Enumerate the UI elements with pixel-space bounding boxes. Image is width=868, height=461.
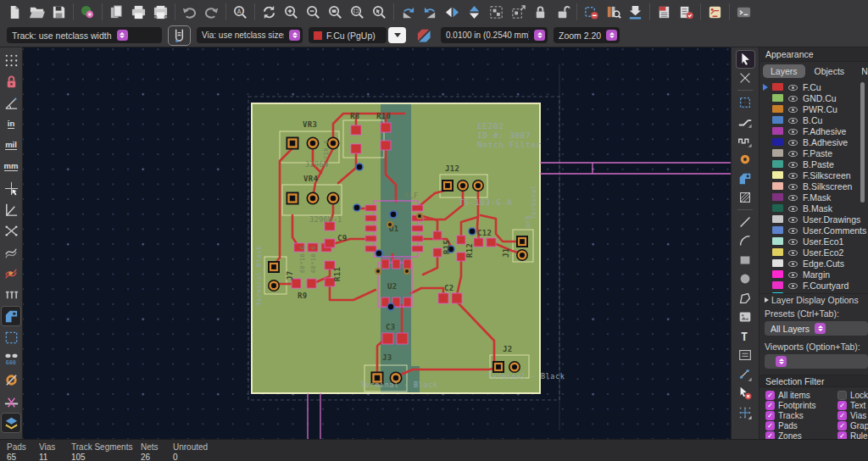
layer-row[interactable]: F.Paste	[760, 147, 868, 158]
visibility-eye-icon[interactable]	[787, 247, 798, 258]
visibility-eye-icon[interactable]	[787, 126, 798, 136]
plot-button[interactable]	[150, 2, 171, 22]
layer-row[interactable]: B.Paste	[760, 158, 868, 169]
crosshair-cursor-button[interactable]	[1, 178, 21, 198]
drawing-axes-button[interactable]	[1, 199, 21, 219]
footprint-editor-button[interactable]	[581, 2, 602, 22]
visibility-eye-icon[interactable]	[787, 280, 798, 291]
select-tool-button[interactable]	[736, 50, 755, 69]
lock-button[interactable]	[530, 2, 551, 22]
layer-color-swatch[interactable]	[772, 204, 783, 212]
layer-color-swatch[interactable]	[772, 149, 783, 157]
layer-row[interactable]: GND.Cu	[760, 92, 868, 103]
scripting-console-button[interactable]	[733, 2, 754, 22]
layer-color-swatch[interactable]	[772, 127, 783, 135]
open-file-button[interactable]	[26, 2, 47, 22]
pcb-board[interactable]: U1 U2	[252, 103, 565, 393]
visibility-eye-icon[interactable]	[787, 214, 798, 225]
local-ratsnest-button[interactable]	[1, 264, 21, 284]
layer-row[interactable]: User.Eco2	[760, 247, 868, 258]
layer-color-swatch[interactable]	[772, 94, 783, 102]
layer-row[interactable]: User.Drawings	[760, 214, 868, 225]
layer-row[interactable]: F.Adhesive	[760, 125, 868, 136]
tab-layers[interactable]: Layers	[763, 64, 805, 78]
units-mils-button[interactable]: mil	[1, 136, 21, 156]
pad-display-mode-button[interactable]	[1, 349, 21, 369]
layer-color-swatch[interactable]	[772, 259, 783, 267]
visibility-eye-icon[interactable]	[787, 292, 798, 294]
page-settings-button[interactable]	[106, 2, 127, 22]
zoom-to-objects-button[interactable]	[369, 2, 390, 22]
zoom-auto-button[interactable]	[230, 2, 251, 22]
visibility-eye-icon[interactable]	[787, 93, 798, 103]
presets-select[interactable]: All Layers	[765, 321, 868, 336]
layer-color-swatch[interactable]	[772, 182, 783, 190]
curved-ratsnest-button[interactable]	[1, 242, 21, 263]
board-statistics-button[interactable]	[704, 2, 726, 22]
add-rule-area-button[interactable]	[736, 189, 755, 208]
layer-row[interactable]: B.Cu	[760, 114, 868, 125]
layer-row[interactable]: F.Cu	[760, 81, 868, 92]
print-button[interactable]	[128, 2, 149, 22]
sketch-lock-button[interactable]	[1, 71, 21, 92]
layer-row[interactable]: B.Silkscreen	[760, 181, 868, 192]
appearance-panel-toggle-button[interactable]	[1, 413, 21, 433]
draw-rectangle-button[interactable]	[736, 251, 755, 269]
visibility-eye-icon[interactable]	[787, 104, 798, 114]
visibility-eye-icon[interactable]	[787, 236, 798, 247]
layer-color-swatch[interactable]	[772, 83, 783, 91]
filter-tracks[interactable]: Tracks	[765, 411, 804, 420]
zone-fill-mode-button[interactable]	[1, 306, 21, 326]
tab-nets[interactable]: Nets	[854, 64, 868, 78]
unlock-button[interactable]	[552, 2, 573, 22]
update-pcb-button[interactable]	[625, 2, 646, 22]
visibility-eye-icon[interactable]	[787, 115, 798, 125]
auto-track-width-toggle[interactable]	[168, 25, 191, 46]
net-inspector-button[interactable]	[654, 2, 675, 22]
layer-color-swatch[interactable]	[772, 248, 783, 256]
group-button[interactable]	[486, 2, 507, 22]
zoom-in-button[interactable]	[281, 2, 302, 22]
layer-row[interactable]: User.Comments	[760, 225, 868, 236]
layer-color-swatch[interactable]	[772, 105, 783, 113]
layer-color-swatch[interactable]	[772, 292, 783, 293]
visibility-eye-icon[interactable]	[787, 258, 798, 269]
polar-coordinates-button[interactable]	[1, 92, 21, 113]
add-image-button[interactable]	[736, 308, 755, 327]
layer-color-swatch[interactable]	[772, 160, 783, 168]
filter-text[interactable]: Text	[837, 401, 865, 410]
draw-polygon-button[interactable]	[736, 289, 755, 308]
filter-graphics[interactable]: Graphics	[837, 421, 868, 430]
zoom-select[interactable]: Zoom 2.20	[554, 27, 620, 43]
layer-row[interactable]: B.Mask	[760, 203, 868, 214]
layer-row[interactable]: B.Courtyard	[760, 291, 868, 293]
visibility-eye-icon[interactable]	[787, 181, 798, 192]
viewports-select[interactable]	[765, 354, 868, 369]
pcb-canvas[interactable]: U1 U2	[23, 47, 731, 439]
board-setup-button[interactable]	[77, 2, 98, 22]
track-outline-mode-button[interactable]	[1, 392, 21, 412]
visibility-eye-icon[interactable]	[787, 269, 798, 280]
layer-selector[interactable]: F.Cu (PgUp)	[309, 27, 406, 43]
delete-tool-button[interactable]	[736, 385, 755, 403]
zoom-fit-selection-button[interactable]	[347, 2, 368, 22]
layer-row[interactable]: Edge.Cuts	[760, 258, 868, 269]
layer-color-swatch[interactable]	[772, 215, 783, 223]
visibility-eye-icon[interactable]	[787, 192, 798, 203]
layer-color-swatch[interactable]	[772, 138, 783, 146]
zone-outline-mode-button[interactable]	[1, 327, 21, 347]
grid-select[interactable]: 0.0100 in (0.2540 mm)	[441, 27, 548, 43]
filter-locked-items[interactable]: Locked items	[837, 391, 868, 400]
add-zone-button[interactable]	[736, 169, 755, 188]
add-text-button[interactable]	[736, 327, 755, 346]
add-via-button[interactable]	[736, 151, 755, 169]
grid-toggle-button[interactable]	[1, 50, 21, 70]
visibility-eye-icon[interactable]	[787, 170, 798, 181]
layer-dropdown-button[interactable]	[388, 27, 406, 43]
units-mm-button[interactable]: mm	[1, 157, 21, 177]
ungroup-button[interactable]	[508, 2, 529, 22]
via-display-mode-button[interactable]	[1, 285, 21, 305]
add-footprint-button[interactable]	[736, 93, 755, 112]
visibility-eye-icon[interactable]	[787, 225, 798, 236]
draw-arc-button[interactable]	[736, 232, 755, 251]
